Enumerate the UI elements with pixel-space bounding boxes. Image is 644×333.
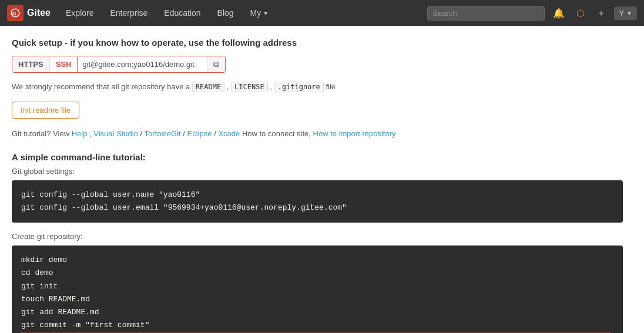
brand-logo[interactable]: G Gitee: [7, 5, 51, 21]
ssh-input-group: HTTPS SSH ⧉: [12, 56, 226, 73]
code-create-repo: mkdir demo cd demo git init touch README…: [12, 245, 623, 333]
tutorial-import-link[interactable]: How to import repository: [313, 129, 396, 138]
svg-text:G: G: [12, 11, 16, 16]
tutorial-eclipse-link[interactable]: Eclipse: [187, 129, 212, 138]
create-repo-label: Create git repository:: [12, 232, 623, 241]
nav-education[interactable]: Education: [158, 8, 206, 18]
nav-enterprise[interactable]: Enterprise: [104, 8, 153, 18]
init-readme-button[interactable]: Init readme file: [12, 102, 79, 119]
ssh-url-input[interactable]: [78, 57, 207, 72]
user-chevron-icon: ▼: [626, 10, 632, 16]
tutorial-tortoisegit-link[interactable]: TortoiseGit: [145, 129, 181, 138]
tutorial-xcode-link[interactable]: Xcode: [218, 129, 240, 138]
search-bar[interactable]: [427, 6, 545, 21]
plus-icon[interactable]: ＋: [593, 7, 609, 19]
bell-icon[interactable]: 🔔: [549, 8, 568, 19]
ssh-https-group: HTTPS SSH ⧉: [12, 56, 623, 73]
tutorial-prefix: Git tutorial? View: [12, 129, 69, 138]
gitee-logo-icon: G: [7, 5, 24, 21]
tutorial-help-link[interactable]: Help: [72, 129, 88, 138]
recommend-prefix: We strongly recommend that all git repos…: [12, 82, 190, 91]
nav-explore[interactable]: Explore: [60, 8, 99, 18]
quick-setup-title: Quick setup - if you know how to operate…: [12, 38, 623, 48]
tab-ssh[interactable]: SSH: [50, 57, 78, 72]
gift-icon[interactable]: ⬡: [573, 8, 588, 19]
copy-button[interactable]: ⧉: [207, 56, 225, 72]
tutorial-visualstudio-link[interactable]: Visual Studio: [93, 129, 138, 138]
recommend-text: We strongly recommend that all git repos…: [12, 81, 623, 93]
nav-my[interactable]: My ▼: [244, 8, 275, 18]
tutorial-middle: How to connect site,: [242, 129, 311, 138]
nav-blog[interactable]: Blog: [212, 8, 240, 18]
gitignore-tag: .gitignore: [274, 82, 324, 92]
navbar: G Gitee Explore Enterprise Education Blo…: [0, 0, 644, 26]
chevron-down-icon: ▼: [263, 10, 269, 16]
main-content: Quick setup - if you know how to operate…: [0, 26, 635, 333]
git-tutorial: Git tutorial? View Help , Visual Studio …: [12, 127, 623, 140]
user-menu[interactable]: Y ▼: [614, 6, 637, 20]
global-settings-label: Git global settings:: [12, 167, 623, 176]
brand-name: Gitee: [27, 8, 51, 18]
tab-https[interactable]: HTTPS: [12, 57, 50, 72]
simple-tutorial-title: A simple command-line tutorial:: [12, 152, 623, 162]
license-tag: LICENSE: [231, 82, 268, 92]
code-global-settings: git config --global user.name "yao0116" …: [12, 180, 623, 223]
search-input[interactable]: [432, 9, 539, 18]
readme-tag: README: [192, 82, 224, 92]
user-avatar: Y: [619, 9, 624, 18]
